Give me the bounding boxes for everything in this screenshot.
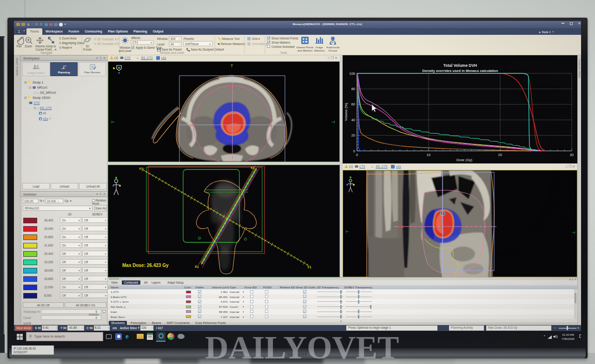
svg-text:Presets:: Presets: [184,37,194,40]
svg-text:and Level: and Level [119,49,131,52]
svg-text:Window and Level: Window and Level [160,51,184,54]
svg-text:⚲ Magnifying Glass: ⚲ Magnifying Glass [59,41,85,45]
svg-text:0: 0 [353,149,355,153]
svg-text:600: 600 [171,37,176,40]
svg-text:X1: X1 [195,265,199,268]
svg-text:60: 60 [351,102,355,106]
svg-text:Volume: Volume [35,45,45,48]
svg-text:Total Volume DVH: Total Volume DVH [443,63,477,68]
svg-text:Volume (%): Volume (%) [344,103,348,121]
svg-text:T: T [441,174,443,178]
svg-text:⊣: ⊣ [572,230,575,235]
svg-text:and Markers: and Markers [298,49,312,52]
svg-text:Level:: Level: [157,43,165,46]
svg-text:20: 20 [498,153,502,157]
svg-text:▶: ▶ [489,225,492,229]
svg-text:40: 40 [171,43,174,46]
svg-text:↕: ↕ [178,38,180,40]
svg-text:Groups: Groups [328,49,337,52]
svg-text:↕: ↕ [178,43,180,46]
svg-text:Y1: Y1 [307,266,311,269]
svg-text:100: 100 [349,72,355,76]
svg-text:Contour Autosave: Contour Autosave [271,45,295,48]
svg-text:270: 270 [190,124,195,127]
svg-text:📞 Save As Studyset Default: 📞 Save As Studyset Default [186,48,224,52]
svg-text:SoftTissue: SoftTissue [185,42,199,46]
svg-text:Show Interest Points: Show Interest Points [271,37,298,40]
svg-text:Density overrides used in Mona: Density overrides used in Monaco calcula… [423,69,498,73]
svg-text:40: 40 [351,118,355,122]
svg-text:3D: 3D [86,45,90,48]
svg-text:10: 10 [427,153,430,157]
svg-text:Rotate: Rotate [83,48,92,51]
svg-text:Navigate: Navigate [41,51,53,55]
svg-text:CT1: CT1 [132,41,138,44]
svg-text:↻ 3D Translate X/Z: ↻ 3D Translate X/Z [94,42,119,46]
svg-text:180: 180 [398,225,404,229]
svg-text:✖ Remove Measures: ✖ Remove Measures [218,42,245,46]
svg-text:Window:: Window: [157,37,168,40]
svg-text:Dose (Gy): Dose (Gy) [456,158,473,162]
svg-text:▾: ▾ [209,43,211,46]
svg-text:Anatomical: Anatomical [326,46,339,49]
svg-text:Cursor: Cursor [36,48,45,51]
svg-text:⊣: ⊣ [331,120,335,124]
svg-text:Image: Image [316,46,323,49]
svg-text:⚲ Zoom Area: ⚲ Zoom Area [59,37,77,40]
svg-text:⊢: ⊢ [345,229,349,234]
svg-text:T: T [231,64,233,68]
svg-text:Y2: Y2 [139,167,143,170]
svg-text:Max Dose: 26.423 Gy: Max Dose: 26.423 Gy [122,263,169,268]
svg-text:0: 0 [356,153,358,157]
svg-text:Affects:: Affects: [131,36,141,39]
svg-text:20: 20 [351,133,355,137]
svg-text:90: 90 [269,124,272,127]
svg-text:X2: X2 [251,166,255,169]
svg-text:▾: ▾ [151,41,152,44]
svg-text:↺ 3D Translate X/Y: ↺ 3D Translate X/Y [94,38,119,41]
svg-text:Pan: Pan [16,45,22,48]
svg-text:⚲ Reset ▾: ⚲ Reset ▾ [59,46,73,49]
svg-text:Statistics: Statistics [314,49,324,52]
svg-text:Show Markers: Show Markers [271,41,290,44]
svg-text:Zoom: Zoom [25,45,32,48]
svg-text:80: 80 [351,87,355,91]
svg-text:Tools: Tools [280,51,287,54]
svg-text:📏 Measure Tool: 📏 Measure Tool [218,37,239,41]
svg-text:Window: Window [120,46,131,49]
svg-text:⊢: ⊢ [111,120,115,124]
svg-text:Grid ▾: Grid ▾ [252,37,260,40]
svg-text:Point... ▾: Point... ▾ [45,48,57,51]
svg-text:30: 30 [570,153,574,157]
svg-text:Interest Points: Interest Points [296,46,313,49]
